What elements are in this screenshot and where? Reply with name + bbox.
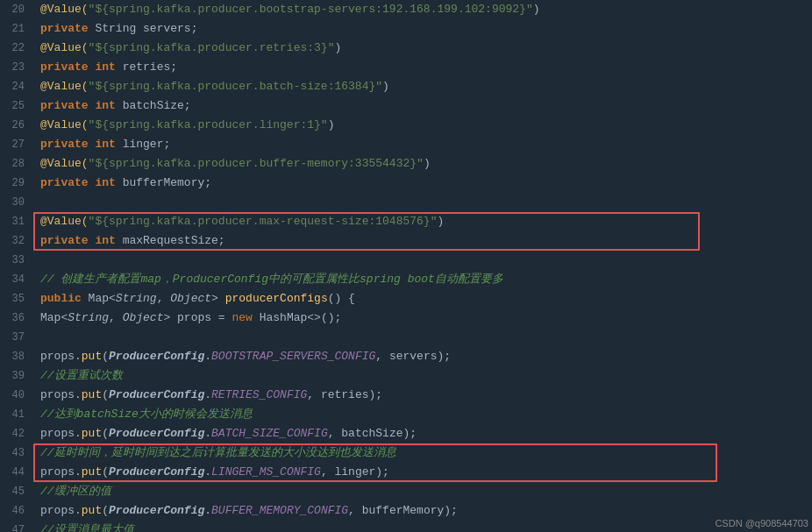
line-content: @Value("${spring.kafka.producer.max-requ… bbox=[33, 212, 812, 231]
code-token: , bbox=[157, 292, 171, 305]
code-token: ProducerConfig bbox=[109, 427, 204, 440]
table-row: 32private int maxRequestSize; bbox=[0, 231, 812, 251]
code-token: , retries); bbox=[307, 388, 382, 401]
code-token: //设置消息最大值 bbox=[40, 523, 134, 532]
code-token: new bbox=[231, 311, 259, 324]
code-token: "${spring.kafka.producer.batch-size:1638… bbox=[89, 80, 382, 93]
code-token: "${spring.kafka.producer.retries:3}" bbox=[89, 41, 335, 54]
line-content: props.put(ProducerConfig.BATCH_SIZE_CONF… bbox=[33, 424, 812, 443]
table-row: 29private int bufferMemory; bbox=[0, 174, 812, 193]
code-token: int bbox=[95, 234, 115, 247]
code-token: HashMap bbox=[260, 311, 308, 324]
line-content: @Value("${spring.kafka.producer.linger:1… bbox=[33, 116, 812, 135]
line-number: 36 bbox=[0, 312, 33, 324]
table-row: 24@Value("${spring.kafka.producer.batch-… bbox=[0, 77, 812, 96]
code-token: private bbox=[40, 60, 95, 74]
code-token: > props = bbox=[163, 311, 231, 324]
table-row: 30 bbox=[0, 193, 812, 212]
code-token: props. bbox=[40, 465, 82, 479]
code-token: String bbox=[68, 311, 109, 324]
code-token: . bbox=[204, 504, 211, 517]
code-token: . bbox=[204, 465, 211, 479]
line-number: 40 bbox=[0, 389, 33, 401]
code-token: private bbox=[40, 99, 95, 112]
code-token: producerConfigs bbox=[225, 292, 328, 305]
code-token: , servers); bbox=[375, 350, 451, 363]
code-token: private bbox=[40, 176, 95, 189]
line-content: @Value("${spring.kafka.producer.buffer-m… bbox=[33, 154, 812, 174]
line-number: 31 bbox=[0, 216, 33, 228]
code-token: ) bbox=[328, 118, 335, 131]
line-content: props.put(ProducerConfig.BUFFER_MEMORY_C… bbox=[33, 501, 812, 521]
line-number: 35 bbox=[0, 293, 33, 305]
line-number: 46 bbox=[0, 505, 33, 517]
code-token: int bbox=[95, 60, 115, 74]
table-row: 45 //缓冲区的值 bbox=[0, 482, 812, 501]
line-content: //设置消息最大值 bbox=[33, 521, 812, 532]
table-row: 35public Map<String, Object> producerCon… bbox=[0, 289, 812, 309]
code-token: ProducerConfig bbox=[109, 350, 204, 363]
code-token: ( bbox=[102, 504, 109, 517]
line-number: 29 bbox=[0, 177, 33, 189]
table-row: 27private int linger; bbox=[0, 135, 812, 154]
code-token: private bbox=[40, 234, 95, 247]
watermark: CSDN @q908544703 bbox=[715, 518, 808, 528]
code-token: BUFFER_MEMORY_CONFIG bbox=[211, 504, 348, 517]
code-token: maxRequestSize; bbox=[116, 234, 225, 247]
code-token: String bbox=[116, 292, 157, 305]
line-content: @Value("${spring.kafka.producer.batch-si… bbox=[33, 77, 812, 96]
code-token: ProducerConfig bbox=[109, 465, 204, 479]
line-content: private int maxRequestSize; bbox=[33, 231, 812, 251]
table-row: 22@Value("${spring.kafka.producer.retrie… bbox=[0, 39, 812, 58]
line-content: private int retries; bbox=[33, 58, 812, 77]
line-number: 28 bbox=[0, 158, 33, 170]
code-token: , batchSize); bbox=[328, 427, 417, 440]
code-token: @Value( bbox=[40, 80, 89, 93]
code-token: ) bbox=[533, 3, 540, 16]
code-token: @Value( bbox=[40, 41, 89, 54]
line-content: props.put(ProducerConfig.BOOTSTRAP_SERVE… bbox=[33, 347, 812, 366]
code-token: RETRIES_CONFIG bbox=[211, 388, 307, 401]
code-token: , linger); bbox=[321, 465, 389, 479]
table-row: 37 bbox=[0, 328, 812, 347]
table-row: 21private String servers; bbox=[0, 19, 812, 39]
code-token: , bbox=[109, 311, 123, 324]
code-token: public bbox=[40, 292, 89, 305]
code-editor: 20@Value("${spring.kafka.producer.bootst… bbox=[0, 0, 812, 532]
code-token: < bbox=[109, 292, 116, 305]
code-token: . bbox=[204, 427, 211, 440]
table-row: 46 props.put(ProducerConfig.BUFFER_MEMOR… bbox=[0, 501, 812, 521]
table-row: 25private int batchSize; bbox=[0, 96, 812, 116]
line-number: 23 bbox=[0, 61, 33, 74]
code-token: . bbox=[204, 350, 211, 363]
code-token: batchSize; bbox=[116, 99, 191, 112]
line-number: 30 bbox=[0, 196, 33, 209]
code-token: props. bbox=[40, 350, 82, 363]
code-token: ; bbox=[335, 311, 342, 324]
line-content: //缓冲区的值 bbox=[33, 482, 812, 501]
code-token: String bbox=[95, 22, 136, 35]
line-content: private int linger; bbox=[33, 135, 812, 154]
code-token: int bbox=[95, 176, 115, 189]
line-number: 43 bbox=[0, 447, 33, 459]
code-token: ) bbox=[334, 41, 341, 54]
table-row: 42 props.put(ProducerConfig.BATCH_SIZE_C… bbox=[0, 424, 812, 443]
code-token: put bbox=[82, 350, 102, 363]
code-token: Object bbox=[170, 292, 211, 305]
code-token: "${spring.kafka.producer.linger:1}" bbox=[89, 118, 328, 131]
code-token: BATCH_SIZE_CONFIG bbox=[211, 427, 328, 440]
code-token: put bbox=[82, 465, 102, 479]
code-token: //达到batchSize大小的时候会发送消息 bbox=[40, 408, 253, 421]
table-row: 44 props.put(ProducerConfig.LINGER_MS_CO… bbox=[0, 463, 812, 482]
line-number: 34 bbox=[0, 273, 33, 286]
line-number: 44 bbox=[0, 466, 33, 479]
line-content: private int bufferMemory; bbox=[33, 174, 812, 193]
table-row: 31@Value("${spring.kafka.producer.max-re… bbox=[0, 212, 812, 231]
table-row: 47 //设置消息最大值 bbox=[0, 521, 812, 532]
code-token: //缓冲区的值 bbox=[40, 485, 111, 498]
line-content: private String servers; bbox=[33, 19, 812, 39]
line-content: public Map<String, Object> producerConfi… bbox=[33, 289, 812, 309]
code-token: put bbox=[82, 388, 102, 401]
line-content: //设置重试次数 bbox=[33, 366, 812, 386]
line-content: props.put(ProducerConfig.RETRIES_CONFIG,… bbox=[33, 386, 812, 405]
